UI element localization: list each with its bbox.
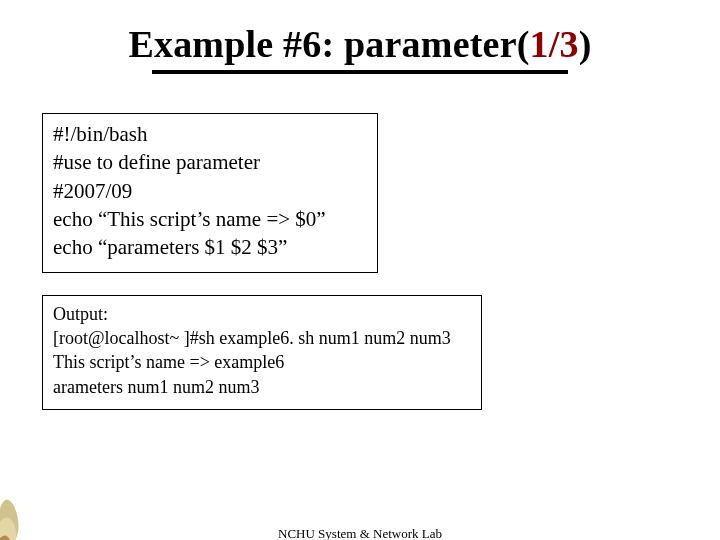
code-line: #!/bin/bash	[53, 120, 367, 148]
title-suffix: )	[579, 23, 592, 65]
output-line: arameters num1 num2 num3	[53, 375, 471, 399]
code-line: #use to define parameter	[53, 148, 367, 176]
code-line: echo “parameters $1 $2 $3”	[53, 233, 367, 261]
title-underline	[152, 70, 568, 73]
output-line: [root@localhost~ ]#sh example6. sh num1 …	[53, 326, 471, 350]
output-line: Output:	[53, 302, 471, 326]
footer-text: NCHU System & Network Lab	[0, 526, 720, 540]
slide: Example #6: parameter(1/3) #!/bin/bash #…	[0, 22, 720, 540]
slide-title: Example #6: parameter(1/3)	[0, 22, 720, 66]
code-line: #2007/09	[53, 177, 367, 205]
title-prefix: Example #6: parameter(	[128, 23, 529, 65]
output-box: Output: [root@localhost~ ]#sh example6. …	[42, 295, 482, 410]
output-line: This script’s name => example6	[53, 350, 471, 374]
code-box: #!/bin/bash #use to define parameter #20…	[42, 113, 378, 273]
title-page-number: 1/3	[530, 23, 579, 65]
code-line: echo “This script’s name => $0”	[53, 205, 367, 233]
